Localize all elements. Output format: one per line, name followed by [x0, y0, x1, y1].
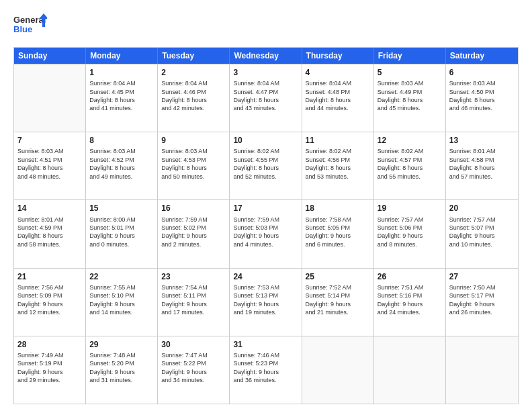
day-number: 17	[233, 203, 298, 214]
day-info: Sunrise: 8:04 AM Sunset: 4:48 PM Dayligh…	[306, 79, 370, 113]
day-number: 18	[306, 203, 370, 214]
calendar-week: 21Sunrise: 7:56 AM Sunset: 5:09 PM Dayli…	[14, 268, 518, 336]
day-info: Sunrise: 7:59 AM Sunset: 5:03 PM Dayligh…	[233, 216, 298, 249]
calendar-cell: 21Sunrise: 7:56 AM Sunset: 5:09 PM Dayli…	[14, 269, 86, 336]
day-number: 28	[17, 339, 82, 350]
day-info: Sunrise: 7:47 AM Sunset: 5:22 PM Dayligh…	[161, 351, 226, 385]
day-number: 27	[449, 271, 515, 282]
day-info: Sunrise: 8:04 AM Sunset: 4:45 PM Dayligh…	[89, 79, 154, 113]
day-info: Sunrise: 8:03 AM Sunset: 4:53 PM Dayligh…	[161, 147, 226, 181]
calendar-cell: 8Sunrise: 8:03 AM Sunset: 4:52 PM Daylig…	[86, 132, 158, 199]
day-number: 16	[161, 203, 226, 214]
calendar-week: 14Sunrise: 8:01 AM Sunset: 4:59 PM Dayli…	[14, 199, 518, 267]
day-info: Sunrise: 7:59 AM Sunset: 5:02 PM Dayligh…	[161, 216, 226, 249]
day-number: 13	[449, 135, 515, 146]
calendar-cell: 25Sunrise: 7:52 AM Sunset: 5:14 PM Dayli…	[302, 269, 374, 336]
day-number: 7	[17, 135, 82, 146]
day-info: Sunrise: 7:48 AM Sunset: 5:20 PM Dayligh…	[89, 351, 154, 385]
day-number: 3	[233, 67, 298, 78]
day-info: Sunrise: 8:00 AM Sunset: 5:01 PM Dayligh…	[89, 216, 154, 249]
calendar-cell	[374, 336, 446, 404]
day-number: 24	[233, 271, 298, 282]
day-number: 6	[449, 67, 515, 78]
page: General Blue SundayMondayTuesdayWednesda…	[0, 0, 532, 411]
day-number: 4	[306, 67, 370, 78]
calendar-cell: 23Sunrise: 7:54 AM Sunset: 5:11 PM Dayli…	[158, 269, 230, 336]
calendar-cell	[446, 336, 518, 404]
calendar-cell	[14, 64, 86, 132]
day-info: Sunrise: 8:03 AM Sunset: 4:52 PM Dayligh…	[89, 147, 154, 181]
calendar-cell: 28Sunrise: 7:49 AM Sunset: 5:19 PM Dayli…	[14, 336, 86, 404]
day-info: Sunrise: 7:46 AM Sunset: 5:23 PM Dayligh…	[233, 351, 298, 385]
calendar-header-row: SundayMondayTuesdayWednesdayThursdayFrid…	[14, 48, 518, 64]
calendar-cell: 7Sunrise: 8:03 AM Sunset: 4:51 PM Daylig…	[14, 132, 86, 199]
day-info: Sunrise: 8:01 AM Sunset: 4:58 PM Dayligh…	[449, 147, 515, 181]
day-info: Sunrise: 8:04 AM Sunset: 4:47 PM Dayligh…	[233, 79, 298, 113]
day-info: Sunrise: 7:57 AM Sunset: 5:06 PM Dayligh…	[378, 216, 442, 249]
calendar-cell: 13Sunrise: 8:01 AM Sunset: 4:58 PM Dayli…	[446, 132, 518, 199]
calendar-cell: 27Sunrise: 7:50 AM Sunset: 5:17 PM Dayli…	[446, 269, 518, 336]
day-info: Sunrise: 7:53 AM Sunset: 5:13 PM Dayligh…	[233, 283, 298, 317]
day-number: 30	[161, 339, 226, 350]
day-info: Sunrise: 7:50 AM Sunset: 5:17 PM Dayligh…	[449, 283, 515, 317]
day-number: 23	[161, 271, 226, 282]
calendar-header-cell: Wednesday	[230, 48, 302, 64]
day-number: 5	[378, 67, 442, 78]
day-number: 19	[378, 203, 442, 214]
calendar-cell	[302, 336, 374, 404]
day-info: Sunrise: 8:03 AM Sunset: 4:51 PM Dayligh…	[17, 147, 82, 181]
day-info: Sunrise: 7:52 AM Sunset: 5:14 PM Dayligh…	[306, 283, 370, 317]
calendar-cell: 9Sunrise: 8:03 AM Sunset: 4:53 PM Daylig…	[158, 132, 230, 199]
day-info: Sunrise: 7:49 AM Sunset: 5:19 PM Dayligh…	[17, 351, 82, 385]
day-number: 10	[233, 135, 298, 146]
day-info: Sunrise: 8:02 AM Sunset: 4:57 PM Dayligh…	[378, 147, 442, 181]
day-number: 12	[378, 135, 442, 146]
calendar-body: 1Sunrise: 8:04 AM Sunset: 4:45 PM Daylig…	[14, 64, 518, 404]
day-number: 1	[89, 67, 154, 78]
day-number: 9	[161, 135, 226, 146]
day-number: 31	[233, 339, 298, 350]
day-info: Sunrise: 8:02 AM Sunset: 4:55 PM Dayligh…	[233, 147, 298, 181]
calendar: SundayMondayTuesdayWednesdayThursdayFrid…	[13, 47, 519, 404]
day-info: Sunrise: 8:02 AM Sunset: 4:56 PM Dayligh…	[306, 147, 370, 181]
day-number: 2	[161, 67, 226, 78]
calendar-cell: 31Sunrise: 7:46 AM Sunset: 5:23 PM Dayli…	[230, 336, 302, 404]
day-number: 15	[89, 203, 154, 214]
logo: General Blue	[13, 12, 47, 40]
calendar-cell: 29Sunrise: 7:48 AM Sunset: 5:20 PM Dayli…	[86, 336, 158, 404]
logo-svg: General Blue	[13, 12, 47, 40]
calendar-cell: 20Sunrise: 7:57 AM Sunset: 5:07 PM Dayli…	[446, 200, 518, 267]
calendar-week: 1Sunrise: 8:04 AM Sunset: 4:45 PM Daylig…	[14, 64, 518, 132]
calendar-cell: 3Sunrise: 8:04 AM Sunset: 4:47 PM Daylig…	[230, 64, 302, 132]
day-info: Sunrise: 8:03 AM Sunset: 4:49 PM Dayligh…	[378, 79, 442, 113]
svg-text:Blue: Blue	[13, 24, 32, 34]
calendar-cell: 17Sunrise: 7:59 AM Sunset: 5:03 PM Dayli…	[230, 200, 302, 267]
day-number: 21	[17, 271, 82, 282]
day-info: Sunrise: 7:56 AM Sunset: 5:09 PM Dayligh…	[17, 283, 82, 317]
calendar-header-cell: Sunday	[14, 48, 86, 64]
day-number: 29	[89, 339, 154, 350]
day-info: Sunrise: 7:58 AM Sunset: 5:05 PM Dayligh…	[306, 216, 370, 249]
calendar-cell: 30Sunrise: 7:47 AM Sunset: 5:22 PM Dayli…	[158, 336, 230, 404]
day-info: Sunrise: 7:55 AM Sunset: 5:10 PM Dayligh…	[89, 283, 154, 317]
day-info: Sunrise: 8:03 AM Sunset: 4:50 PM Dayligh…	[449, 79, 515, 113]
calendar-cell: 24Sunrise: 7:53 AM Sunset: 5:13 PM Dayli…	[230, 269, 302, 336]
calendar-cell: 2Sunrise: 8:04 AM Sunset: 4:46 PM Daylig…	[158, 64, 230, 132]
day-info: Sunrise: 8:04 AM Sunset: 4:46 PM Dayligh…	[161, 79, 226, 113]
calendar-cell: 6Sunrise: 8:03 AM Sunset: 4:50 PM Daylig…	[446, 64, 518, 132]
day-number: 8	[89, 135, 154, 146]
day-number: 14	[17, 203, 82, 214]
calendar-cell: 5Sunrise: 8:03 AM Sunset: 4:49 PM Daylig…	[374, 64, 446, 132]
day-info: Sunrise: 7:54 AM Sunset: 5:11 PM Dayligh…	[161, 283, 226, 317]
calendar-header-cell: Tuesday	[158, 48, 230, 64]
calendar-cell: 26Sunrise: 7:51 AM Sunset: 5:16 PM Dayli…	[374, 269, 446, 336]
calendar-header-cell: Saturday	[446, 48, 518, 64]
calendar-cell: 15Sunrise: 8:00 AM Sunset: 5:01 PM Dayli…	[86, 200, 158, 267]
day-info: Sunrise: 7:51 AM Sunset: 5:16 PM Dayligh…	[378, 283, 442, 317]
day-info: Sunrise: 8:01 AM Sunset: 4:59 PM Dayligh…	[17, 216, 82, 249]
day-info: Sunrise: 7:57 AM Sunset: 5:07 PM Dayligh…	[449, 216, 515, 249]
header: General Blue	[13, 12, 519, 40]
calendar-header-cell: Monday	[86, 48, 158, 64]
calendar-cell: 16Sunrise: 7:59 AM Sunset: 5:02 PM Dayli…	[158, 200, 230, 267]
day-number: 26	[378, 271, 442, 282]
